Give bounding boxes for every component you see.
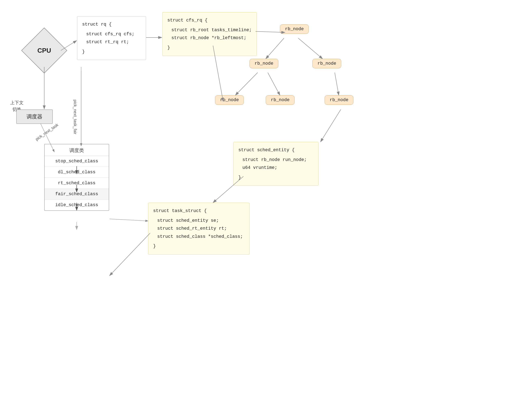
cpu-label: CPU: [28, 34, 61, 67]
pick-next-task-fair-label: pick_next_task_fair: [73, 100, 77, 134]
struct-task-struct-box: struct task_struct { struct sched_entity…: [148, 203, 250, 255]
struct-task-struct-field-1: struct sched_entity se;: [153, 217, 244, 225]
rb-node-3: rb_node: [313, 59, 341, 68]
svg-line-15: [110, 233, 150, 276]
struct-sched-entity-field-3: }: [238, 173, 313, 182]
sched-class-fair: fair_sched_class: [45, 189, 109, 200]
svg-line-10: [235, 73, 258, 95]
rb-node-1: rb_node: [280, 24, 309, 34]
struct-cfs-rq-field-2: struct rb_node *rb_leftmost;: [167, 34, 252, 42]
svg-line-9: [298, 38, 322, 59]
struct-rq-field-3: }: [82, 48, 141, 56]
pick-next-task-label: pick_next_task: [34, 122, 59, 142]
struct-task-struct-field-3: struct sched_class *sched_class;: [153, 233, 244, 241]
struct-cfs-rq-title: struct cfs_rq {: [167, 16, 252, 24]
struct-sched-entity-field-2: u64 vruntime;: [238, 164, 313, 172]
svg-line-23: [110, 219, 148, 221]
svg-line-13: [320, 109, 341, 142]
struct-cfs-rq-box: struct cfs_rq { struct rb_root tasks_tim…: [162, 12, 257, 56]
struct-sched-entity-title: struct sched_entity {: [238, 146, 313, 154]
struct-sched-entity-field-1: struct rb_node run_node;: [238, 156, 313, 164]
rb-node-4: rb_node: [215, 95, 244, 105]
struct-task-struct-title: struct task_struct {: [153, 207, 244, 215]
sched-class-rt: rt_sched_class: [45, 178, 109, 189]
diagram-container: CPU 上下文 切换 调度器 struct rq { struct cfs_rq…: [0, 0, 511, 420]
rb-node-2: rb_node: [250, 59, 278, 68]
svg-line-12: [335, 73, 339, 95]
sched-class-header: 调度类: [45, 144, 109, 156]
rb-node-6: rb_node: [325, 95, 353, 105]
struct-cfs-rq-field-1: struct rb_root tasks_timeline;: [167, 26, 252, 34]
struct-rq-box: struct rq { struct cfs_rq cfs; struct rt…: [77, 16, 146, 60]
svg-line-11: [268, 73, 280, 95]
struct-task-struct-field-2: struct sched_rt_entity rt;: [153, 225, 244, 233]
sched-class-dl: dl_sched_class: [45, 167, 109, 178]
rb-node-5: rb_node: [266, 95, 295, 105]
sched-class-box: 调度类 stop_sched_class dl_sched_class rt_s…: [44, 144, 109, 211]
sched-class-stop: stop_sched_class: [45, 156, 109, 167]
struct-task-struct-field-4: }: [153, 242, 244, 250]
scheduler-box: 调度器: [16, 109, 53, 124]
struct-rq-title: struct rq {: [82, 21, 141, 29]
struct-sched-entity-box: struct sched_entity { struct rb_node run…: [233, 142, 319, 186]
svg-line-8: [266, 38, 284, 59]
sched-class-idle: idle_sched_class: [45, 200, 109, 210]
struct-rq-field-1: struct cfs_rq cfs;: [82, 30, 141, 38]
struct-rq-field-2: struct rt_rq rt;: [82, 38, 141, 46]
struct-cfs-rq-field-3: }: [167, 44, 252, 52]
